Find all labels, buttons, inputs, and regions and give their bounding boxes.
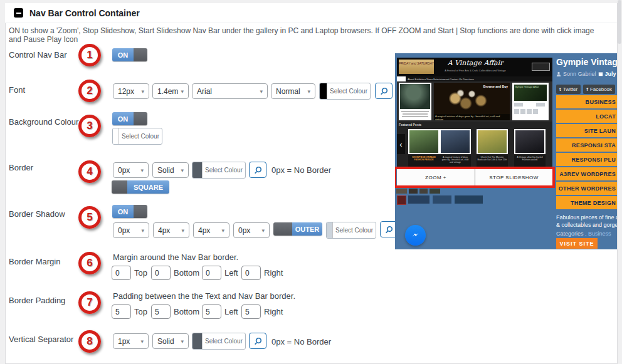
- annotation-marker-6: 6: [78, 252, 101, 274]
- toggle-knob: [134, 48, 147, 61]
- margin-top-input[interactable]: [112, 266, 131, 280]
- font-label: Font: [9, 85, 25, 95]
- preview-site-title: A Vintage Affair: [438, 59, 512, 67]
- toggle-knob: [112, 180, 127, 194]
- shadow-blur-value: 4px: [198, 226, 210, 235]
- margin-left-input[interactable]: [202, 266, 221, 280]
- preview-date: July 15, 2: [605, 71, 617, 77]
- separator-style-select[interactable]: Solid▾: [152, 333, 189, 349]
- preview-content-cards: Browse and Buy A magical mixture of days…: [397, 81, 552, 122]
- font-preview-button[interactable]: [375, 83, 393, 99]
- padding-bottom-label: Bottom: [174, 307, 199, 316]
- padding-left-input[interactable]: [202, 304, 221, 319]
- chevron-down-icon: ▾: [307, 88, 310, 95]
- separator-width-value: 1px: [118, 337, 130, 346]
- shadow-colour-button[interactable]: Select Colour: [326, 222, 376, 239]
- border-shadow-toggle[interactable]: ON: [112, 205, 147, 218]
- preview-post-title: Gympie Vintage: [556, 57, 617, 67]
- separator-colour-button[interactable]: Select Colour: [192, 333, 246, 350]
- border-padding-hint: Padding between the the Text and Nav Bar…: [113, 291, 295, 301]
- font-weight-select[interactable]: Normal▾: [271, 83, 315, 99]
- preview-menu-item: THEME DESIGN: [556, 196, 617, 209]
- font-family-select[interactable]: Arial▾: [192, 83, 268, 99]
- font-lineheight-select[interactable]: 1.4em▾: [152, 83, 189, 99]
- margin-right-input[interactable]: [241, 266, 261, 280]
- background-colour-label: Background Colour: [9, 117, 78, 127]
- font-colour-swatch: [320, 83, 327, 99]
- preview-gallery-prev-icon: ‹: [397, 134, 405, 154]
- collapse-icon[interactable]: [14, 8, 23, 18]
- padding-left-label: Left: [224, 307, 238, 316]
- preview-menu-items: About Exhibitors News Entertainment Cont…: [408, 78, 474, 81]
- border-corner-toggle[interactable]: SQUARE: [112, 180, 169, 194]
- border-style-select[interactable]: Solid▾: [152, 162, 189, 178]
- padding-top-input[interactable]: [112, 304, 131, 319]
- red-highlight-box: [395, 167, 555, 188]
- separator-preview-button[interactable]: [249, 333, 266, 349]
- twitter-button: tTwitter: [556, 85, 581, 94]
- background-colour-toggle[interactable]: ON: [112, 112, 147, 125]
- border-width-value: 0px: [118, 166, 130, 175]
- preview-mini-thumb: [455, 195, 483, 204]
- preview-byline: Sonn Gabriel July 15, 2: [556, 71, 617, 77]
- preview-social-buttons: tTwitter fFacebook: [556, 85, 617, 94]
- padding-bottom-input[interactable]: [151, 304, 171, 319]
- preview-mini-thumb: [419, 189, 428, 194]
- search-icon: [254, 166, 262, 174]
- calendar-icon: [598, 71, 603, 76]
- preview-card-right: Gympie Vintage Affair: [512, 83, 549, 120]
- shadow-h-select[interactable]: 0px▾: [113, 222, 149, 238]
- separator-width-select[interactable]: 1px▾: [113, 333, 149, 349]
- padding-right-label: Right: [264, 307, 283, 316]
- chevron-down-icon: ▾: [140, 338, 144, 345]
- preview-fb-widget: Gympie Vintage Affair: [514, 85, 547, 101]
- preview-menu-item: A3REV WORDPRES: [556, 167, 617, 180]
- preview-portrait-image: [400, 84, 430, 109]
- border-colour-button[interactable]: Select Colour: [192, 162, 246, 179]
- facebook-button: fFacebook: [583, 85, 615, 94]
- preview-tickets-button: [532, 63, 550, 71]
- margin-bottom-label: Bottom: [174, 268, 199, 278]
- preview-thumbnail: [440, 129, 471, 154]
- preview-mini-thumb: [430, 189, 440, 194]
- facebook-icon: f: [586, 86, 588, 92]
- annotation-marker-1: 1: [78, 44, 101, 66]
- preview-card-left: [399, 83, 431, 120]
- background-colour-button[interactable]: Select Colour: [112, 128, 162, 145]
- shadow-v-select[interactable]: 4px▾: [153, 222, 189, 238]
- font-size-select[interactable]: 12px▾: [113, 83, 149, 99]
- border-width-select[interactable]: 0px▾: [113, 162, 149, 178]
- chevron-down-icon: ▾: [261, 227, 265, 234]
- preview-author: Sonn Gabriel: [563, 71, 596, 77]
- preview-post-excerpt: & collectables and gorgeo: [556, 222, 617, 228]
- shadow-spread-select[interactable]: 0px▾: [233, 222, 270, 238]
- preview-thumb-caption: A Vintage affair Up-Cycled Fashion award…: [514, 155, 546, 167]
- scrollbar-thumb[interactable]: [618, 0, 621, 44]
- chevron-down-icon: ▾: [181, 167, 184, 174]
- border-margin-label: Border Margin: [9, 257, 60, 266]
- border-preview-button[interactable]: [249, 162, 266, 178]
- border-style-value: Solid: [157, 166, 174, 175]
- toggle-knob: [134, 205, 147, 218]
- preview-menu-item: OTHER WORDPRES: [556, 182, 617, 195]
- separator-colour-swatch: [192, 333, 203, 349]
- font-colour-button[interactable]: Select Colour: [319, 83, 371, 100]
- padding-right-input[interactable]: [241, 304, 261, 319]
- search-icon: [254, 337, 262, 345]
- panel-description: ON to show a 'Zoom', Stop Slideshow, Sta…: [9, 26, 598, 44]
- preview-categories-label: Categories .: [556, 231, 587, 237]
- shadow-blur-select[interactable]: 4px▾: [193, 222, 229, 238]
- toggle-outer-label: OUTER: [292, 222, 322, 236]
- chevron-down-icon: ▾: [260, 88, 263, 95]
- margin-bottom-input[interactable]: [151, 266, 171, 280]
- control-nav-bar-toggle[interactable]: ON: [112, 48, 147, 61]
- preview-event-banner: FRIDAY and SATURDAY: [399, 60, 434, 74]
- search-icon: [380, 87, 388, 95]
- preview-mini-thumb: [396, 189, 407, 194]
- select-colour-label: Select Colour: [203, 333, 245, 349]
- preview-menu-item: RESPONSI STA: [556, 138, 617, 152]
- shadow-spread-value: 0px: [238, 226, 250, 235]
- border-label: Border: [9, 163, 33, 172]
- preview-site-menu: About Exhibitors News Entertainment Cont…: [397, 76, 552, 81]
- shadow-position-toggle[interactable]: OUTER: [273, 222, 322, 236]
